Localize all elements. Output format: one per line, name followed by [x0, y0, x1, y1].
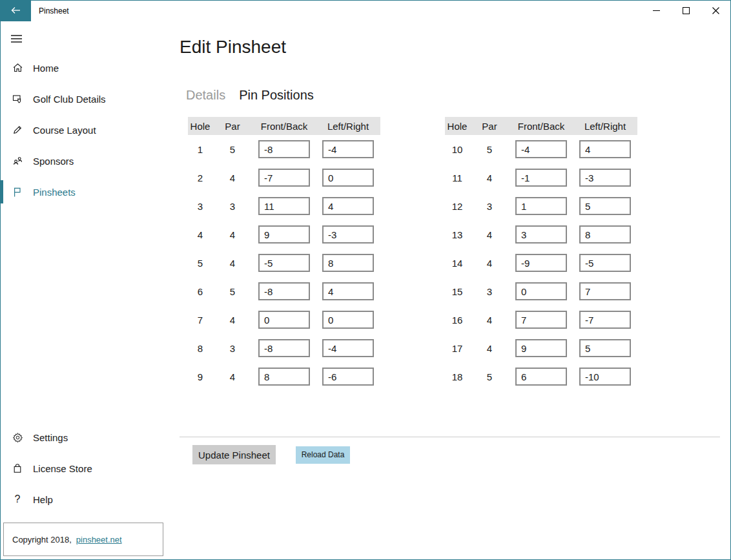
hole-number: 11 — [445, 172, 469, 183]
maximize-button[interactable] — [671, 1, 701, 21]
hole-number: 15 — [445, 286, 469, 297]
par-number: 4 — [469, 258, 510, 269]
column-header: Left/Right — [573, 121, 637, 132]
tab-details[interactable]: Details — [186, 87, 225, 103]
front-back-input[interactable] — [515, 169, 567, 187]
front-back-input[interactable] — [515, 339, 567, 357]
sidebar-item-sponsors[interactable]: Sponsors — [1, 145, 166, 176]
table-row: 134 — [445, 220, 637, 249]
left-right-input[interactable] — [579, 339, 631, 357]
sidebar-item-pinsheets[interactable]: Pinsheets — [1, 176, 166, 207]
pinsheet-link[interactable]: pinsheet.net — [76, 535, 122, 544]
left-right-input[interactable] — [322, 225, 374, 244]
app-window: Pinsheet HomeGolf Club DetailsCourse Lay… — [0, 0, 731, 560]
sidebar-item-label: License Store — [33, 463, 92, 474]
titlebar: Pinsheet — [1, 1, 730, 21]
sidebar-item-license-store[interactable]: License Store — [1, 453, 166, 484]
gear-icon — [12, 432, 23, 443]
column-header: Par — [469, 121, 510, 132]
hole-number: 6 — [188, 286, 212, 297]
par-number: 5 — [212, 286, 252, 297]
front-back-input[interactable] — [515, 311, 567, 329]
flag-icon — [12, 187, 23, 198]
back-button[interactable] — [0, 0, 31, 21]
hole-number: 8 — [188, 343, 212, 354]
divider — [180, 437, 720, 437]
front-back-input[interactable] — [515, 282, 567, 300]
left-right-input[interactable] — [579, 368, 631, 386]
left-right-input[interactable] — [322, 368, 374, 386]
pin-position-tables: HoleParFront/BackLeft/Right1524334454657… — [188, 117, 730, 391]
hole-number: 3 — [188, 201, 212, 212]
close-button[interactable] — [701, 1, 730, 21]
table-row: 144 — [445, 249, 637, 277]
hole-number: 9 — [188, 371, 212, 382]
left-right-input[interactable] — [579, 197, 631, 215]
table-row: 114 — [445, 163, 637, 192]
front-back-input[interactable] — [258, 339, 310, 357]
left-right-input[interactable] — [579, 282, 631, 300]
hole-number: 13 — [445, 229, 469, 240]
maximize-icon — [683, 5, 690, 17]
update-pinsheet-button[interactable]: Update Pinsheet — [192, 445, 276, 464]
left-right-input[interactable] — [579, 140, 631, 158]
front-back-input[interactable] — [258, 254, 310, 272]
minimize-button[interactable] — [641, 1, 671, 21]
table-row: 54 — [188, 249, 380, 277]
left-right-input[interactable] — [322, 282, 374, 300]
sidebar-item-help[interactable]: ?Help — [1, 484, 166, 515]
front-back-input[interactable] — [258, 140, 310, 158]
front-back-input[interactable] — [258, 197, 310, 215]
left-right-input[interactable] — [579, 254, 631, 272]
left-right-input[interactable] — [322, 311, 374, 329]
hole-number: 18 — [445, 371, 469, 382]
column-header: Par — [212, 121, 252, 132]
front-back-input[interactable] — [515, 197, 567, 215]
front-back-input[interactable] — [515, 368, 567, 386]
front-nine-table: HoleParFront/BackLeft/Right1524334454657… — [188, 117, 380, 391]
tab-pin-positions[interactable]: Pin Positions — [239, 87, 314, 103]
table-row: 44 — [188, 220, 380, 249]
hamburger-button[interactable] — [1, 32, 166, 47]
par-number: 5 — [469, 371, 510, 382]
sidebar-item-settings[interactable]: Settings — [1, 422, 166, 453]
front-back-input[interactable] — [515, 225, 567, 244]
hole-number: 14 — [445, 258, 469, 269]
page-title: Edit Pinsheet — [180, 36, 730, 59]
table-row: 185 — [445, 362, 637, 391]
front-back-input[interactable] — [515, 140, 567, 158]
sidebar-item-golf-club-details[interactable]: Golf Club Details — [1, 83, 166, 114]
left-right-input[interactable] — [322, 254, 374, 272]
home-icon — [12, 63, 23, 73]
par-number: 4 — [469, 172, 510, 183]
hamburger-icon — [11, 34, 22, 45]
left-right-input[interactable] — [322, 140, 374, 158]
left-right-input[interactable] — [579, 169, 631, 187]
front-back-input[interactable] — [515, 254, 567, 272]
hole-number: 12 — [445, 201, 469, 212]
sidebar-item-label: Pinsheets — [33, 187, 76, 198]
left-right-input[interactable] — [579, 225, 631, 244]
table-header-row: HoleParFront/BackLeft/Right — [188, 117, 380, 135]
front-back-input[interactable] — [258, 282, 310, 300]
front-back-input[interactable] — [258, 169, 310, 187]
front-back-input[interactable] — [258, 368, 310, 386]
par-number: 4 — [212, 172, 252, 183]
sidebar-item-course-layout[interactable]: Course Layout — [1, 114, 166, 145]
front-back-input[interactable] — [258, 225, 310, 244]
sidebar-item-home[interactable]: Home — [1, 52, 166, 83]
selected-indicator — [1, 180, 3, 203]
hole-number: 4 — [188, 229, 212, 240]
left-right-input[interactable] — [579, 311, 631, 329]
column-header: Hole — [445, 121, 469, 132]
reload-data-button[interactable]: Reload Data — [296, 446, 350, 464]
left-right-input[interactable] — [322, 197, 374, 215]
sidebar-item-label: Help — [33, 494, 53, 505]
sidebar-item-label: Home — [33, 63, 59, 74]
par-number: 4 — [469, 315, 510, 326]
par-number: 3 — [212, 343, 252, 354]
front-back-input[interactable] — [258, 311, 310, 329]
hole-number: 16 — [445, 315, 469, 326]
left-right-input[interactable] — [322, 169, 374, 187]
left-right-input[interactable] — [322, 339, 374, 357]
